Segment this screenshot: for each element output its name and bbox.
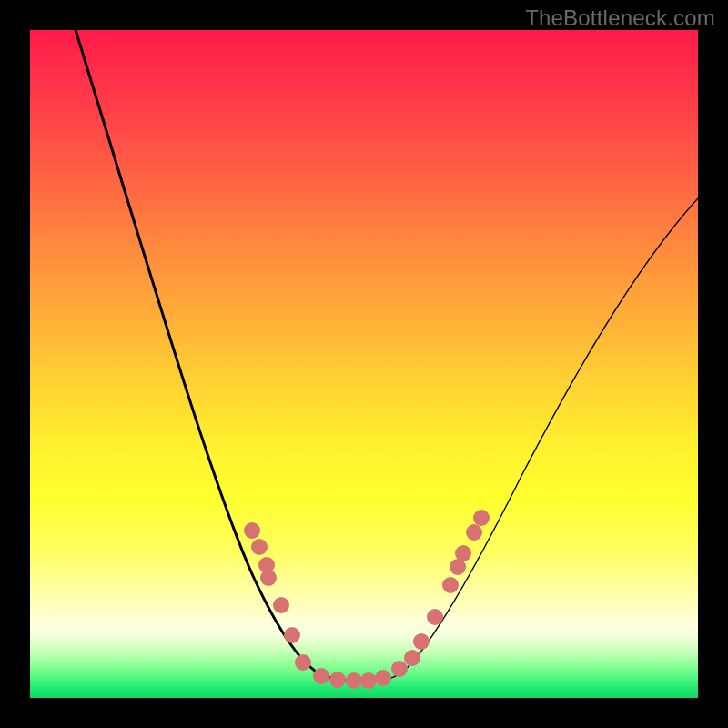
marker-dot: [273, 597, 289, 613]
markers-group: [244, 510, 490, 689]
chart-svg: [30, 30, 698, 698]
marker-dot: [329, 672, 346, 688]
marker-dot: [466, 524, 482, 541]
bottleneck-curve-left: [76, 30, 367, 681]
marker-dot: [360, 672, 377, 689]
marker-dot: [473, 510, 490, 526]
plot-area: [30, 30, 698, 698]
marker-dot: [295, 654, 311, 671]
marker-dot: [455, 545, 471, 561]
marker-dot: [442, 577, 459, 593]
marker-dot: [346, 672, 362, 689]
marker-dot: [313, 668, 329, 684]
marker-dot: [404, 650, 420, 666]
marker-dot: [413, 633, 430, 650]
marker-dot: [244, 522, 260, 539]
marker-dot: [427, 609, 443, 625]
marker-dot: [251, 539, 268, 555]
marker-dot: [391, 661, 408, 677]
chart-frame: TheBottleneck.com: [0, 0, 728, 728]
watermark-text: TheBottleneck.com: [525, 5, 715, 31]
bottleneck-curve-right: [367, 198, 698, 681]
marker-dot: [284, 627, 300, 643]
marker-dot: [375, 670, 391, 686]
marker-dot: [260, 570, 277, 586]
